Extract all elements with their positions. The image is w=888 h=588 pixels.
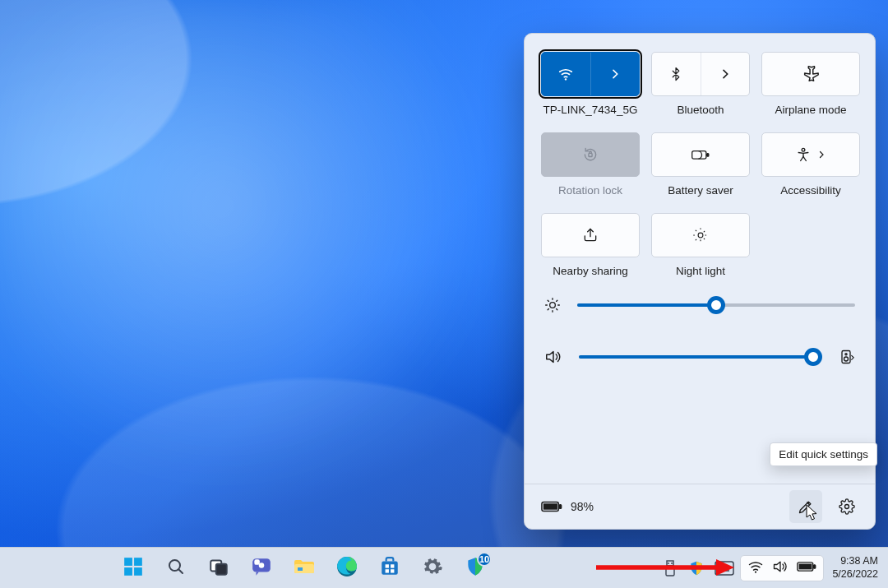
brightness-row xyxy=(544,297,855,313)
tile-accessibility: Accessibility xyxy=(761,132,860,197)
battery-saver-icon xyxy=(691,146,710,163)
svg-rect-29 xyxy=(543,503,557,509)
svg-line-19 xyxy=(548,300,548,301)
tray-usb-icon[interactable] xyxy=(658,551,682,586)
svg-rect-48 xyxy=(386,569,389,572)
svg-rect-45 xyxy=(382,561,398,574)
audio-output-button[interactable] xyxy=(837,349,855,365)
night-light-toggle[interactable] xyxy=(651,213,750,257)
svg-rect-63 xyxy=(814,564,816,567)
chat-icon xyxy=(251,556,272,581)
svg-rect-51 xyxy=(666,566,674,576)
svg-point-30 xyxy=(845,505,849,509)
wifi-toggle[interactable] xyxy=(541,52,640,96)
folder-icon xyxy=(293,557,316,580)
svg-rect-47 xyxy=(391,564,394,567)
accessibility-label: Accessibility xyxy=(780,184,841,197)
tray-touch-keyboard-button[interactable] xyxy=(710,551,738,586)
svg-marker-61 xyxy=(775,562,781,572)
taskbar-pinned-apps: 10 xyxy=(116,548,493,588)
svg-rect-2 xyxy=(692,151,706,159)
edge-button[interactable] xyxy=(330,551,364,586)
svg-rect-64 xyxy=(799,563,812,569)
rotation-lock-icon xyxy=(582,146,599,163)
night-light-icon xyxy=(692,227,709,243)
svg-rect-49 xyxy=(391,569,394,572)
tile-battery-saver: Battery saver xyxy=(651,132,750,197)
clock-time: 9:38 AM xyxy=(840,555,878,568)
airplane-toggle[interactable] xyxy=(761,52,860,96)
svg-line-22 xyxy=(557,300,557,301)
airplane-icon xyxy=(802,65,820,83)
edge-icon xyxy=(336,556,358,581)
svg-line-21 xyxy=(548,309,548,310)
svg-rect-33 xyxy=(124,567,132,576)
volume-slider[interactable] xyxy=(579,355,821,359)
nearby-sharing-toggle[interactable] xyxy=(541,213,640,257)
system-tray: 9:38 AM 5/26/2022 xyxy=(658,548,888,588)
tray-network-volume-battery[interactable] xyxy=(740,555,824,581)
wifi-expand-icon[interactable] xyxy=(590,53,640,95)
svg-line-10 xyxy=(696,230,697,232)
brightness-slider[interactable] xyxy=(577,303,855,307)
settings-app-button[interactable] xyxy=(415,551,450,586)
search-button[interactable] xyxy=(159,551,193,586)
tile-night-light: Night light xyxy=(651,213,750,277)
tooltip-edit-quick-settings: Edit quick settings xyxy=(770,442,877,466)
svg-rect-43 xyxy=(298,567,303,571)
store-icon xyxy=(379,556,400,581)
chevron-right-icon xyxy=(816,150,826,160)
tile-wifi: TP-LINK_7434_5G xyxy=(541,52,640,116)
svg-rect-34 xyxy=(134,567,142,576)
desktop-wallpaper: TP-LINK_7434_5G Bluetooth xyxy=(0,0,888,588)
bluetooth-icon xyxy=(652,53,701,95)
tray-volume-icon xyxy=(772,559,789,577)
tile-rotation-lock: Rotation lock xyxy=(541,132,640,197)
file-explorer-button[interactable] xyxy=(287,551,321,586)
rotation-lock-label: Rotation lock xyxy=(558,184,622,197)
svg-point-26 xyxy=(845,354,847,355)
svg-line-11 xyxy=(704,238,705,240)
svg-rect-28 xyxy=(559,505,561,509)
svg-rect-46 xyxy=(386,564,389,567)
edit-quick-settings-button[interactable] xyxy=(789,490,822,523)
all-settings-button[interactable] xyxy=(830,490,863,523)
accessibility-toggle[interactable] xyxy=(761,132,860,177)
task-view-icon xyxy=(208,556,229,581)
store-button[interactable] xyxy=(372,551,407,586)
task-view-button[interactable] xyxy=(201,551,236,586)
gear-icon xyxy=(839,498,855,515)
bluetooth-label: Bluetooth xyxy=(677,104,724,116)
volume-row xyxy=(544,348,855,366)
badge-count: 10 xyxy=(477,552,492,567)
svg-point-4 xyxy=(802,148,805,151)
taskbar-clock[interactable]: 9:38 AM 5/26/2022 xyxy=(826,555,885,581)
tray-security-icon[interactable] xyxy=(684,551,709,586)
svg-rect-38 xyxy=(216,563,227,574)
svg-line-13 xyxy=(704,230,705,232)
brightness-icon xyxy=(544,297,561,313)
svg-point-60 xyxy=(755,571,756,572)
svg-rect-32 xyxy=(134,558,142,566)
bluetooth-expand-icon[interactable] xyxy=(701,53,750,95)
rotation-lock-toggle xyxy=(541,132,640,177)
svg-rect-41 xyxy=(254,559,260,565)
tray-battery-icon xyxy=(797,561,816,576)
widgets-button[interactable]: 10 xyxy=(458,551,493,586)
taskbar: 10 xyxy=(0,547,888,588)
svg-point-5 xyxy=(698,233,703,238)
battery-saver-toggle[interactable] xyxy=(651,132,750,177)
clock-date: 5/26/2022 xyxy=(832,568,878,581)
bluetooth-toggle[interactable] xyxy=(651,52,750,96)
svg-rect-31 xyxy=(124,558,132,566)
battery-level-text: 98% xyxy=(571,500,594,513)
nearby-sharing-label: Nearby sharing xyxy=(553,265,628,277)
svg-line-36 xyxy=(178,569,183,573)
chat-button[interactable] xyxy=(244,551,279,586)
svg-point-14 xyxy=(550,303,556,308)
battery-icon xyxy=(541,500,562,513)
start-button[interactable] xyxy=(116,551,150,586)
svg-rect-42 xyxy=(294,564,314,573)
windows-logo-icon xyxy=(123,556,144,581)
flyout-bottom-bar: 98% xyxy=(525,484,875,529)
